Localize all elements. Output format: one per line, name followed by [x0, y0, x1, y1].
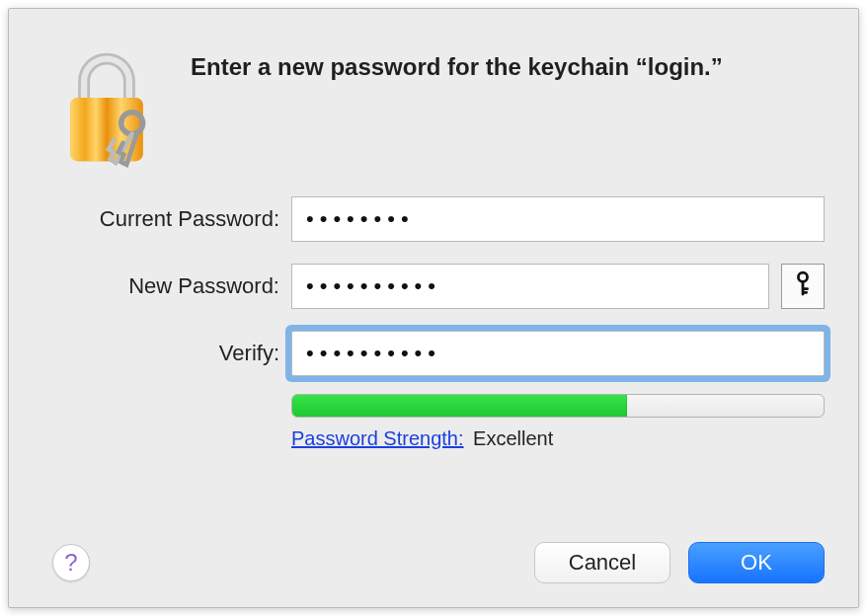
password-strength-link[interactable]: Password Strength: [291, 427, 464, 449]
verify-password-label: Verify: [42, 341, 279, 366]
password-strength-value: Excellent [473, 427, 553, 449]
ok-button[interactable]: OK [688, 542, 825, 583]
new-password-label: New Password: [42, 273, 279, 299]
help-icon: ? [64, 549, 77, 577]
password-assistant-button[interactable] [781, 264, 825, 309]
keychain-lock-icon [48, 40, 165, 177]
key-icon [792, 270, 814, 302]
help-button[interactable]: ? [52, 544, 90, 581]
password-strength-meter [291, 394, 825, 418]
verify-password-input[interactable] [291, 331, 825, 376]
cancel-button[interactable]: Cancel [534, 542, 670, 583]
change-keychain-password-dialog: Enter a new password for the keychain “l… [8, 8, 859, 608]
new-password-input[interactable] [291, 264, 769, 309]
dialog-title: Enter a new password for the keychain “l… [191, 52, 825, 82]
current-password-label: Current Password: [42, 206, 279, 232]
current-password-input[interactable] [291, 196, 825, 242]
